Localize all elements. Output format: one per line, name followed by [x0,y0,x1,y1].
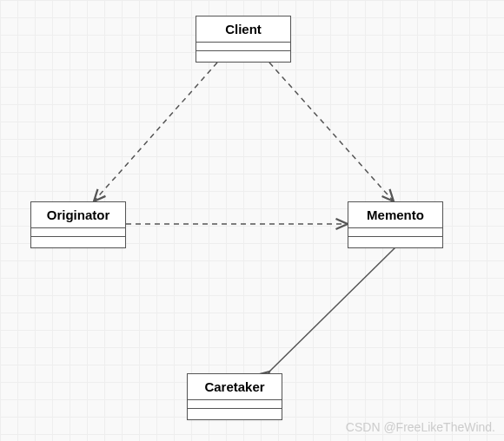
class-client-ops [196,51,290,62]
dep-client-memento [269,63,394,201]
class-originator-title: Originator [31,202,125,228]
class-memento-ops [348,237,442,247]
dep-client-originator [94,63,217,201]
class-memento-attrs [348,228,442,237]
class-caretaker-title: Caretaker [188,374,282,400]
watermark-text: CSDN @FreeLikeTheWind. [346,420,495,434]
class-client: Client [196,16,291,63]
agg-caretaker-memento [269,247,395,372]
class-memento: Memento [348,201,443,248]
class-originator: Originator [30,201,126,248]
class-memento-title: Memento [348,202,442,228]
class-client-title: Client [196,16,290,43]
class-originator-ops [31,237,125,247]
class-caretaker-attrs [188,400,282,409]
class-client-attrs [196,43,290,51]
class-caretaker-ops [188,409,282,419]
class-originator-attrs [31,228,125,237]
class-caretaker: Caretaker [187,373,282,420]
